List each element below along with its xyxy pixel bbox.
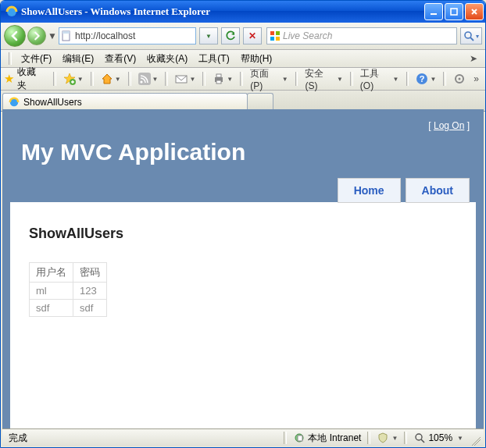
tab-ie-icon bbox=[8, 96, 20, 108]
gear-icon bbox=[453, 73, 466, 85]
app-title: My MVC Application bbox=[21, 139, 476, 165]
new-tab-button[interactable] bbox=[247, 93, 273, 111]
site-nav: Home About bbox=[10, 178, 470, 203]
browser-tab[interactable]: ShowAllUsers bbox=[2, 93, 248, 111]
svg-line-27 bbox=[421, 439, 424, 443]
address-bar[interactable] bbox=[59, 27, 196, 44]
page-heading: ShowAllUsers bbox=[29, 226, 457, 242]
menu-file[interactable]: 文件(F) bbox=[16, 51, 56, 67]
tab-strip: ShowAllUsers bbox=[1, 91, 485, 112]
search-provider-icon bbox=[270, 30, 281, 41]
minimize-button[interactable] bbox=[424, 3, 443, 20]
cell-pwd: sdf bbox=[73, 300, 107, 317]
svg-rect-4 bbox=[63, 31, 70, 34]
menu-overflow[interactable]: ➤ bbox=[466, 53, 481, 64]
svg-rect-18 bbox=[216, 80, 221, 84]
svg-text:?: ? bbox=[420, 74, 425, 84]
svg-rect-7 bbox=[276, 31, 280, 35]
page-button[interactable]: 页面(P)▼ bbox=[247, 71, 291, 87]
table-header-row: 用户名 密码 bbox=[30, 263, 107, 283]
menu-help[interactable]: 帮助(H) bbox=[236, 51, 277, 67]
zoom-icon bbox=[413, 432, 426, 444]
favorites-star-icon[interactable]: ★ bbox=[4, 72, 14, 86]
tools-label: 工具(O) bbox=[360, 67, 391, 91]
svg-rect-13 bbox=[138, 73, 151, 85]
maximize-button[interactable] bbox=[445, 3, 463, 20]
extra-button[interactable] bbox=[450, 71, 469, 87]
zoom-control[interactable]: 105% ▼ bbox=[410, 431, 466, 445]
page-label: 页面(P) bbox=[250, 67, 280, 91]
command-bar: ★ 收藏夹 ▼ ▼ ▼ ▼ ▼ 页面(P)▼ bbox=[1, 68, 485, 91]
nav-home[interactable]: Home bbox=[338, 178, 401, 203]
mail-button[interactable]: ▼ bbox=[172, 71, 198, 87]
search-box[interactable]: Live Search bbox=[266, 27, 457, 44]
zoom-value: 105% bbox=[428, 432, 452, 443]
svg-line-11 bbox=[470, 37, 473, 41]
svg-rect-2 bbox=[451, 9, 457, 15]
browser-window: ShowAllUsers - Windows Internet Explorer… bbox=[0, 0, 486, 448]
title-bar[interactable]: ShowAllUsers - Windows Internet Explorer bbox=[1, 1, 485, 23]
menu-tools[interactable]: 工具(T) bbox=[194, 51, 234, 67]
feeds-button[interactable]: ▼ bbox=[135, 71, 162, 87]
rss-icon bbox=[138, 73, 151, 85]
menu-edit[interactable]: 编辑(E) bbox=[58, 51, 98, 67]
logon-link[interactable]: Log On bbox=[434, 120, 464, 131]
content-card: ShowAllUsers 用户名 密码 ml 123 sdf sdf bbox=[10, 202, 476, 428]
help-button[interactable]: ? ▼ bbox=[413, 71, 439, 87]
ie-icon bbox=[5, 5, 18, 18]
safety-button[interactable]: 安全(S)▼ bbox=[302, 71, 345, 87]
status-text: 完成 bbox=[5, 431, 30, 445]
menu-view[interactable]: 查看(V) bbox=[100, 51, 141, 67]
search-placeholder: Live Search bbox=[283, 30, 332, 41]
shield-icon bbox=[377, 432, 389, 444]
back-button[interactable] bbox=[4, 25, 26, 47]
zone-label: 本地 Intranet bbox=[308, 432, 361, 445]
print-icon bbox=[213, 73, 225, 85]
forward-button[interactable] bbox=[27, 27, 46, 45]
close-button[interactable] bbox=[465, 3, 484, 20]
window-title: ShowAllUsers - Windows Internet Explorer bbox=[21, 5, 423, 18]
svg-rect-1 bbox=[431, 13, 437, 15]
nav-about[interactable]: About bbox=[406, 178, 470, 203]
status-bar: 完成 本地 Intranet ▼ 105% ▼ bbox=[2, 428, 484, 446]
resize-grip[interactable] bbox=[470, 435, 481, 446]
tab-title: ShowAllUsers bbox=[23, 97, 82, 108]
nav-history-dropdown[interactable]: ▼ bbox=[48, 28, 57, 44]
print-button[interactable]: ▼ bbox=[209, 71, 236, 87]
refresh-button[interactable] bbox=[221, 27, 240, 44]
home-button[interactable]: ▼ bbox=[98, 71, 124, 87]
nav-bar: ▼ ▼ ✕ Live Search ▾ bbox=[1, 23, 485, 50]
table-row: sdf sdf bbox=[30, 300, 107, 317]
add-favorite-button[interactable]: ▼ bbox=[60, 71, 87, 87]
svg-point-26 bbox=[416, 434, 422, 440]
cmdbar-overflow[interactable]: » bbox=[470, 73, 482, 84]
table-row: ml 123 bbox=[30, 283, 107, 300]
col-pwd: 密码 bbox=[73, 263, 107, 283]
menu-fav[interactable]: 收藏夹(A) bbox=[142, 51, 192, 67]
favorites-label[interactable]: 收藏夹 bbox=[17, 66, 45, 92]
help-icon: ? bbox=[416, 73, 428, 85]
col-user: 用户名 bbox=[30, 263, 73, 283]
status-zone[interactable]: 本地 Intranet bbox=[290, 431, 364, 445]
home-icon bbox=[101, 73, 113, 85]
svg-point-14 bbox=[140, 80, 142, 83]
cell-user: sdf bbox=[30, 300, 73, 317]
menu-bar: 文件(F) 编辑(E) 查看(V) 收藏夹(A) 工具(T) 帮助(H) ➤ bbox=[1, 50, 485, 68]
svg-rect-25 bbox=[298, 436, 302, 441]
address-input[interactable] bbox=[73, 30, 194, 42]
svg-point-22 bbox=[459, 78, 461, 80]
page-viewport: [ Log On ] My MVC Application Home About… bbox=[2, 109, 484, 428]
svg-rect-6 bbox=[270, 31, 274, 35]
logon-area: [ Log On ] bbox=[10, 120, 470, 131]
svg-rect-17 bbox=[216, 74, 221, 77]
search-button[interactable]: ▾ bbox=[460, 27, 482, 44]
protected-mode[interactable]: ▼ bbox=[373, 431, 401, 445]
stop-button[interactable]: ✕ bbox=[243, 27, 262, 44]
users-table: 用户名 密码 ml 123 sdf sdf bbox=[29, 262, 107, 317]
add-fav-icon bbox=[63, 73, 76, 85]
tools-button[interactable]: 工具(O)▼ bbox=[357, 71, 402, 87]
intranet-icon bbox=[293, 432, 306, 444]
address-dropdown[interactable]: ▼ bbox=[199, 27, 218, 44]
cell-pwd: 123 bbox=[73, 283, 107, 300]
svg-rect-8 bbox=[270, 37, 274, 41]
